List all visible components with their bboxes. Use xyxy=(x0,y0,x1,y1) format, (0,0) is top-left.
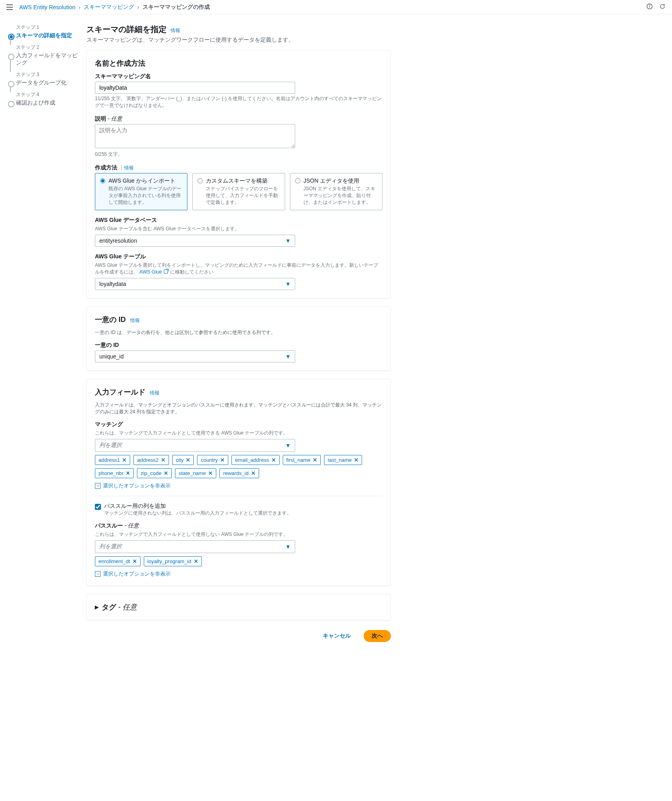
breadcrumb-root[interactable]: AWS Entity Resolution xyxy=(19,4,75,10)
chip-enrollment_dt: enrollment_dt✕ xyxy=(95,556,141,566)
method-label: 作成方法 情報 xyxy=(95,164,382,171)
matching-columns-select[interactable]: 列を選択 ▼ xyxy=(95,439,295,452)
step-title: スキーマの詳細を指定 xyxy=(16,32,80,39)
chip-label: loyalty_program_id xyxy=(147,558,191,564)
option-title: カスタムスキーマを構築 xyxy=(206,177,280,185)
close-icon[interactable]: ✕ xyxy=(126,470,130,476)
breadcrumb-parent[interactable]: スキーママッピング xyxy=(84,4,134,11)
hide-options-toggle[interactable]: − 選択したオプションを非表示 xyxy=(95,482,171,489)
description-hint: 0/255 文字。 xyxy=(95,151,382,158)
tags-expand-toggle[interactable]: ▶ タグ - 任意 xyxy=(95,602,382,612)
menu-icon[interactable] xyxy=(6,4,13,10)
matching-label: マッチング xyxy=(95,421,382,428)
chip-loyalty_program_id: loyalty_program_id✕ xyxy=(144,556,202,566)
step-3[interactable]: ステップ 3 データをグループ化 xyxy=(8,71,80,87)
glue-db-select[interactable]: entityresolution ▼ xyxy=(95,235,295,247)
next-button[interactable]: 次へ xyxy=(364,630,391,642)
close-icon[interactable]: ✕ xyxy=(194,558,198,564)
close-icon[interactable]: ✕ xyxy=(272,457,276,463)
chip-email_address: email_address✕ xyxy=(231,455,280,465)
chip-last_name: last_name✕ xyxy=(324,455,362,465)
option-desc: ステップバイステップのフローを使用して、入力フィールドを手動で定義します。 xyxy=(206,185,280,206)
close-icon[interactable]: ✕ xyxy=(208,470,213,476)
aws-glue-link[interactable]: AWS Glue xyxy=(139,269,169,275)
breadcrumb-current: スキーママッピングの作成 xyxy=(143,4,210,11)
mapping-name-label: スキーママッピング名 xyxy=(95,73,382,80)
select-value: loyaltydata xyxy=(99,281,126,287)
radio-input[interactable] xyxy=(295,178,300,183)
breadcrumb: AWS Entity Resolution › スキーママッピング › スキーマ… xyxy=(19,4,646,11)
panel-title: 一意の ID 情報 xyxy=(95,315,382,324)
hide-options-toggle[interactable]: − 選択したオプションを非表示 xyxy=(95,570,171,578)
page-title: スキーマの詳細を指定 xyxy=(87,25,167,34)
glue-table-desc: AWS Glue テーブルを選択して列をインポートし、マッピングのために入力フィ… xyxy=(95,262,382,276)
chip-label: state_name xyxy=(179,470,206,476)
name-and-method-panel: 名前と作成方法 スキーママッピング名 11/255 文字。 英数字、アンダーバー… xyxy=(87,50,391,298)
glue-table-label: AWS Glue テーブル xyxy=(95,253,382,260)
unique-id-select[interactable]: unique_id ▼ xyxy=(95,350,295,362)
glue-db-desc: AWS Glue テーブルを含む AWS Glue データベースを選択します。 xyxy=(95,225,382,232)
chip-address2: address2✕ xyxy=(133,455,169,465)
cancel-button[interactable]: キャンセル xyxy=(315,630,359,642)
chip-label: city xyxy=(176,457,184,463)
chevron-down-icon: ▼ xyxy=(285,237,291,244)
passthrough-checkbox-row[interactable]: パススルー用の列を追加 マッチングに使用されない列は、パススルー用の入力フィール… xyxy=(95,503,382,517)
info-link[interactable]: 情報 xyxy=(171,28,180,33)
close-icon[interactable]: ✕ xyxy=(354,457,358,463)
refresh-icon[interactable] xyxy=(659,3,666,11)
triangle-right-icon: ▶ xyxy=(95,604,99,610)
close-icon[interactable]: ✕ xyxy=(186,457,190,463)
passthrough-checkbox[interactable] xyxy=(95,504,101,510)
method-option-custom[interactable]: カスタムスキーマを構築 ステップバイステップのフローを使用して、入力フィールドを… xyxy=(192,173,285,210)
step-number: ステップ 3 xyxy=(16,71,80,78)
minus-icon: − xyxy=(95,483,101,489)
input-fields-panel: 入力フィールド 情報 入力フィールドは、マッチングとオプションのパススルーに使用… xyxy=(87,379,391,586)
passthrough-columns-select[interactable]: 列を選択 ▼ xyxy=(95,540,295,553)
info-icon[interactable] xyxy=(646,3,653,11)
chip-phone_nbr: phone_nbr✕ xyxy=(95,468,134,478)
chip-label: last_name xyxy=(328,457,352,463)
step-1[interactable]: ステップ 1 スキーマの詳細を指定 xyxy=(8,24,80,39)
method-option-glue[interactable]: AWS Glue からインポート 既存の AWS Glue テーブルのデータが事… xyxy=(95,173,187,210)
close-icon[interactable]: ✕ xyxy=(164,470,168,476)
mapping-name-hint: 11/255 文字。 英数字、アンダーバー (_)、またはハイフン (-) を使… xyxy=(95,95,382,109)
glue-table-select[interactable]: loyaltydata ▼ xyxy=(95,278,295,290)
chip-first_name: first_name✕ xyxy=(283,455,321,465)
close-icon[interactable]: ✕ xyxy=(313,457,317,463)
info-link[interactable]: 情報 xyxy=(121,165,134,171)
chip-rewards_id: rewards_id✕ xyxy=(219,468,259,478)
description-textarea[interactable] xyxy=(95,124,295,148)
step-title: 確認および作成 xyxy=(16,99,80,107)
close-icon[interactable]: ✕ xyxy=(161,457,165,463)
step-4[interactable]: ステップ 4 確認および作成 xyxy=(8,91,80,107)
method-option-json[interactable]: JSON エディタを使用 JSON エディタを使用して、スキーママッピングを作成… xyxy=(290,173,382,210)
info-link[interactable]: 情報 xyxy=(130,318,140,323)
matching-chips: address1✕address2✕city✕country✕email_add… xyxy=(95,455,382,478)
close-icon[interactable]: ✕ xyxy=(122,457,127,463)
panel-subtitle: 一意の ID は、データの各行を、他とは区別して参照するために使用できる列です。 xyxy=(95,329,382,336)
info-link[interactable]: 情報 xyxy=(150,390,159,396)
panel-subtitle: 入力フィールドは、マッチングとオプションのパススルーに使用されます。マッチングと… xyxy=(95,402,382,415)
radio-input[interactable] xyxy=(197,178,203,183)
step-number: ステップ 4 xyxy=(16,91,80,98)
panel-title: 入力フィールド 情報 xyxy=(95,387,382,397)
chip-city: city✕ xyxy=(172,455,194,465)
chip-label: rewards_id xyxy=(223,470,249,476)
chevron-down-icon: ▼ xyxy=(285,442,291,449)
close-icon[interactable]: ✕ xyxy=(251,470,256,476)
checkbox-desc: マッチングに使用されない列は、パススルー用の入力フィールドとして選択できます。 xyxy=(104,510,292,517)
close-icon[interactable]: ✕ xyxy=(220,457,225,463)
chip-label: email_address xyxy=(235,457,269,463)
radio-input[interactable] xyxy=(100,178,105,183)
step-2[interactable]: ステップ 2 入力フィールドをマッピング xyxy=(8,44,80,66)
chevron-right-icon: › xyxy=(137,4,139,10)
chip-label: first_name xyxy=(286,457,311,463)
mapping-name-input[interactable] xyxy=(95,82,295,94)
close-icon[interactable]: ✕ xyxy=(133,558,137,564)
description-label: 説明 - 任意 xyxy=(95,115,382,123)
step-number: ステップ 2 xyxy=(16,44,80,51)
option-desc: JSON エディタを使用して、スキーママッピングを作成、貼り付け、またはインポー… xyxy=(304,185,377,206)
passthrough-label: パススルー - 任意 xyxy=(95,522,382,529)
svg-point-2 xyxy=(650,5,650,5)
external-link-icon xyxy=(164,270,168,274)
